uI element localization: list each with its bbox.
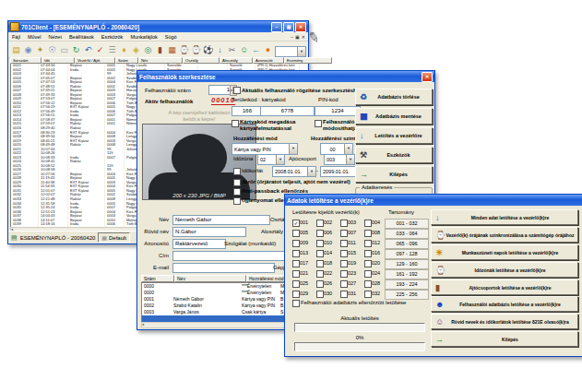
soccer-icon[interactable]: ⚽ xyxy=(202,43,214,55)
door-icon[interactable]: ▮ xyxy=(154,43,166,55)
event-column-header[interactable]: Sorszám xyxy=(10,57,42,64)
user-icon[interactable]: ☺ xyxy=(238,43,250,55)
button-exit[interactable]: →Kilépés xyxy=(431,331,578,347)
controller-checkbox-003[interactable] xyxy=(340,220,348,227)
button-clock-sync[interactable]: ⌚Vezérlő(k) órájának szinkronizálása a s… xyxy=(431,227,578,243)
maximize-button[interactable]: ▣ xyxy=(283,22,294,32)
user-column-header[interactable]: Név xyxy=(174,275,246,282)
menu-item-művel[interactable]: Művel xyxy=(24,34,45,40)
chevron-down-icon[interactable]: ▼ xyxy=(276,155,284,164)
controller-checkbox-029[interactable] xyxy=(292,291,300,298)
controller-checkbox-025[interactable] xyxy=(292,280,300,288)
default-button[interactable]: ▦ Default xyxy=(98,232,130,243)
mdi-restore-icon[interactable]: ▣ xyxy=(295,34,300,40)
user-modify-checkbox[interactable] xyxy=(315,120,322,127)
menu-item-fájl[interactable]: Fájl xyxy=(8,34,24,40)
antipassback-checkbox[interactable] xyxy=(233,188,241,196)
menu-item-nézet[interactable]: Nézet xyxy=(45,34,65,40)
controller-checkbox-009[interactable] xyxy=(292,240,300,247)
controller-checkbox-002[interactable] xyxy=(316,220,324,227)
button-download[interactable]: ↓Letöltés a vezérlőre xyxy=(355,127,433,144)
controller-checkbox-016[interactable] xyxy=(364,250,372,257)
patrol-checkbox[interactable] xyxy=(233,179,241,186)
main-titlebar[interactable]: 701Client - [ESEMÉNYNAPLÓ - 20060420] –▣… xyxy=(8,21,308,32)
user-column-header[interactable]: Szám xyxy=(141,275,174,282)
bell-icon[interactable]: ◈ xyxy=(130,43,142,55)
controller-checkbox-004[interactable] xyxy=(364,220,372,227)
minimize-button[interactable]: – xyxy=(271,22,282,32)
controller-checkbox-023[interactable] xyxy=(340,270,348,278)
pin-field[interactable]: 1234 xyxy=(315,106,361,116)
button-exit[interactable]: →Kilépés xyxy=(355,166,433,183)
button-user-db[interactable]: ☻Felhasználói adatbázis letöltése a vezé… xyxy=(431,296,578,312)
controller-checkbox-005[interactable] xyxy=(292,230,300,237)
scissors-icon[interactable]: ✂ xyxy=(226,43,238,55)
controller-checkbox-007[interactable] xyxy=(340,230,348,237)
controller-checkbox-028[interactable] xyxy=(364,280,372,288)
short-name-field[interactable]: N.Gábor xyxy=(172,227,246,237)
close-icon[interactable]: ✕ xyxy=(422,72,433,82)
printer-icon[interactable]: ▭ xyxy=(58,43,70,55)
controller-checkbox-008[interactable] xyxy=(364,230,372,237)
check-doc-icon[interactable]: ✓ xyxy=(94,43,106,55)
area-code-field[interactable]: 166 xyxy=(232,106,263,116)
event-column-header[interactable]: Idő xyxy=(42,57,75,64)
list-icon[interactable]: ☰ xyxy=(106,43,118,55)
controller-checkbox-030[interactable] xyxy=(316,291,324,298)
event-column-header[interactable]: Alosztály xyxy=(220,57,253,64)
timezone-combo[interactable]: 02▼ xyxy=(257,154,285,165)
open-icon[interactable]: ▤ xyxy=(10,43,22,55)
card-code-field[interactable]: 6778 xyxy=(260,106,315,116)
menu-item-súgó[interactable]: Súgó xyxy=(161,34,181,40)
controller-checkbox-013[interactable] xyxy=(292,250,300,257)
controller-checkbox-031[interactable] xyxy=(340,291,348,298)
button-holiday[interactable]: ☀Munkaszüneti napok letöltése a vezérlő(… xyxy=(431,244,578,260)
event-column-header[interactable]: Azonosító xyxy=(253,57,284,64)
button-tools[interactable]: ⚒Eszközök xyxy=(355,147,433,163)
fingerprint-checkbox[interactable] xyxy=(233,197,241,205)
download-titlebar[interactable]: Adatok letöltése a vezérlő(k)re xyxy=(285,195,582,206)
controller-checkbox-018[interactable] xyxy=(316,260,324,267)
controller-checkbox-012[interactable] xyxy=(364,240,372,247)
record-current-checkbox[interactable] xyxy=(233,87,241,94)
name-field[interactable]: Németh Gábor xyxy=(172,215,270,225)
chevron-down-icon[interactable]: ▼ xyxy=(344,144,352,154)
event-column-header[interactable]: Osztály xyxy=(183,57,220,64)
clock-icon[interactable]: ⌚ xyxy=(178,43,190,55)
id-field[interactable]: Raktárvezető xyxy=(172,239,226,249)
close-button[interactable]: ✕ xyxy=(295,22,306,32)
download-icon[interactable]: ↓ xyxy=(214,43,226,55)
controller-checkbox-032[interactable] xyxy=(364,291,372,298)
verify-download-checkbox[interactable] xyxy=(292,300,300,307)
record-icon[interactable]: ● xyxy=(262,43,274,55)
controller-checkbox-001[interactable]: ✓ xyxy=(292,220,300,227)
controller-checkbox-022[interactable] xyxy=(316,270,324,278)
button-timezone[interactable]: ⌚Időzónák letöltése a vezérlő(k)re xyxy=(431,262,578,278)
button-download-all[interactable]: ↓Minden adat letöltése a vezérlő(k)re xyxy=(431,209,578,225)
controller-checkbox-011[interactable] xyxy=(340,240,348,247)
date-from-combo[interactable]: 2008.01.01.▼ xyxy=(272,166,316,177)
controller-checkbox-006[interactable] xyxy=(316,230,324,237)
menu-item-eszközök[interactable]: Eszközök xyxy=(98,34,127,40)
event-column-header[interactable]: Szám xyxy=(115,57,138,64)
controller-checkbox-015[interactable] xyxy=(340,250,348,257)
chevron-down-icon[interactable]: ▼ xyxy=(346,155,354,164)
card-present-checkbox[interactable] xyxy=(232,120,239,127)
back-icon[interactable]: ← xyxy=(250,43,262,55)
calendar-icon[interactable]: ▦ xyxy=(166,43,178,55)
eye-icon[interactable]: ☉ xyxy=(46,43,58,55)
undo-icon[interactable]: ↶ xyxy=(82,43,94,55)
key-icon[interactable]: ✦ xyxy=(34,43,46,55)
controller-checkbox-014[interactable] xyxy=(316,250,324,257)
toolbar-filter-combo[interactable]: ▼ xyxy=(275,46,306,57)
event-column-header[interactable]: Név xyxy=(138,57,183,64)
globe-icon[interactable]: ◎ xyxy=(142,43,154,55)
controller-checkbox-024[interactable] xyxy=(364,270,372,278)
menu-item-munkafájlok[interactable]: Munkafájlok xyxy=(126,34,160,40)
controller-checkbox-021[interactable] xyxy=(292,270,300,278)
user-editor-titlebar[interactable]: Felhasználók szerkesztése ✕ xyxy=(137,71,434,82)
chevron-down-icon[interactable]: ▼ xyxy=(289,144,297,154)
search-icon[interactable]: ◉ xyxy=(22,43,34,55)
refresh-icon[interactable]: ↻ xyxy=(70,43,82,55)
mdi-close-icon[interactable]: ✕ xyxy=(302,34,305,40)
